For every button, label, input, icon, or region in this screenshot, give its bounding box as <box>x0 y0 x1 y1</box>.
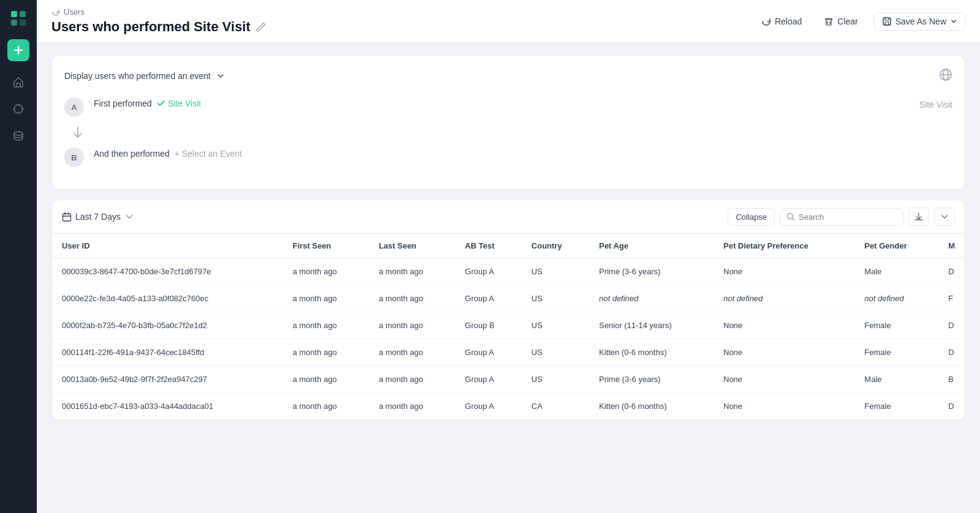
col-header-user-id: User ID <box>52 234 283 258</box>
table-cell: None <box>714 312 854 339</box>
save-dropdown-icon <box>950 18 957 25</box>
collapse-label: Collapse <box>736 212 767 222</box>
filter-header: Display users who performed an event <box>64 68 952 84</box>
table-cell: a month ago <box>369 258 455 285</box>
clear-label: Clear <box>837 17 858 26</box>
table-cell: 0001651d-ebc7-4193-a033-4a44addaca01 <box>52 393 283 420</box>
table-cell: a month ago <box>369 339 455 366</box>
step-b-label: And then performed <box>94 149 170 159</box>
reload-icon <box>761 17 771 26</box>
sidebar-item-home[interactable] <box>7 71 29 93</box>
svg-rect-0 <box>11 11 17 17</box>
breadcrumb-text: Users <box>64 7 85 17</box>
save-icon <box>882 17 892 26</box>
table-cell: not defined <box>854 285 938 312</box>
download-button[interactable] <box>908 208 929 226</box>
display-filter-dropdown[interactable]: Display users who performed an event <box>64 71 225 81</box>
breadcrumb: Users <box>51 7 266 17</box>
logo <box>7 7 29 29</box>
table-cell: US <box>522 366 589 393</box>
table-cell: Prime (3-6 years) <box>589 258 714 285</box>
table-cell: Male <box>854 366 938 393</box>
col-header-first-seen: First Seen <box>283 234 369 258</box>
table-cell: None <box>714 366 854 393</box>
svg-rect-3 <box>20 20 26 26</box>
arrow-down <box>74 127 952 141</box>
table-cell: 000114f1-22f6-491a-9437-64cec1845ffd <box>52 339 283 366</box>
step-a-content: First performed Site Visit <box>94 96 201 108</box>
sidebar-item-data[interactable] <box>7 125 29 147</box>
table-cell: Male <box>854 258 938 285</box>
table-row: 0000e22c-fe3d-4a05-a133-a0f082c760eca mo… <box>52 285 965 312</box>
add-button[interactable] <box>7 39 29 61</box>
table-cell: a month ago <box>369 285 455 312</box>
svg-rect-7 <box>883 18 891 25</box>
event-icon <box>157 99 165 108</box>
table-cell: US <box>522 285 589 312</box>
clear-icon <box>824 17 834 26</box>
table-row: 000114f1-22f6-491a-9437-64cec1845ffda mo… <box>52 339 965 366</box>
table-cell: Prime (3-6 years) <box>589 366 714 393</box>
table-cell: D <box>938 258 965 285</box>
search-input[interactable] <box>799 212 897 222</box>
table-cell: B <box>938 366 965 393</box>
table-cell: 0000e22c-fe3d-4a05-a133-a0f082c760ec <box>52 285 283 312</box>
step-a-event-link[interactable]: Site Visit <box>157 99 201 108</box>
table-header: User IDFirst SeenLast SeenAB TestCountry… <box>52 234 965 258</box>
table-cell: Kitten (0-6 months) <box>589 339 714 366</box>
search-box <box>780 208 903 226</box>
svg-rect-6 <box>825 18 832 20</box>
col-header-m: M <box>938 234 965 258</box>
table-cell: a month ago <box>369 312 455 339</box>
header-actions: Reload Clear Save As New <box>755 12 965 31</box>
svg-point-5 <box>14 132 23 135</box>
step-a-row: A First performed Site Visit <box>64 96 201 117</box>
download-icon <box>914 212 924 222</box>
col-header-country: Country <box>522 234 589 258</box>
table-cell: a month ago <box>283 312 369 339</box>
step-b-row: B And then performed + Select an Event <box>64 146 952 167</box>
table-cell: Group A <box>455 285 521 312</box>
table-cell: CA <box>522 393 589 420</box>
table-cell: Female <box>854 339 938 366</box>
save-as-new-label: Save As New <box>895 17 946 26</box>
reload-button[interactable]: Reload <box>755 13 808 30</box>
table-cell: D <box>938 393 965 420</box>
reload-label: Reload <box>775 17 802 26</box>
data-table: User IDFirst SeenLast SeenAB TestCountry… <box>52 234 965 420</box>
step-b-badge: B <box>64 148 84 167</box>
svg-rect-11 <box>63 214 71 221</box>
edit-icon[interactable] <box>255 21 266 32</box>
table-cell: Group A <box>455 258 521 285</box>
table-wrapper: User IDFirst SeenLast SeenAB TestCountry… <box>52 234 965 420</box>
table-cell: a month ago <box>283 366 369 393</box>
step-a-label: First performed <box>94 99 152 108</box>
table-cell: None <box>714 393 854 420</box>
clear-button[interactable]: Clear <box>818 13 864 30</box>
save-as-new-button[interactable]: Save As New <box>874 12 965 31</box>
table-cell: D <box>938 312 965 339</box>
col-header-pet-age: Pet Age <box>589 234 714 258</box>
col-header-pet-gender: Pet Gender <box>854 234 938 258</box>
sidebar <box>0 0 37 513</box>
sidebar-item-explore[interactable] <box>7 98 29 120</box>
table-cell: US <box>522 258 589 285</box>
step-b-select-event[interactable]: + Select an Event <box>175 149 242 159</box>
table-cell: a month ago <box>283 393 369 420</box>
collapse-button[interactable]: Collapse <box>728 208 775 226</box>
table-row: 0000f2ab-b735-4e70-b3fb-05a0c7f2e1d2a mo… <box>52 312 965 339</box>
step-a-right-label: Site Visit <box>919 100 952 110</box>
toolbar-right: Collapse <box>728 208 955 226</box>
svg-rect-1 <box>20 11 26 17</box>
calendar-icon <box>62 212 72 222</box>
step-b-placeholder: Select an Event <box>182 149 242 159</box>
table-cell: F <box>938 285 965 312</box>
page-header: Users Users who performed Site Visit Rel… <box>37 0 980 43</box>
globe-icon[interactable] <box>939 68 952 84</box>
col-header-pet-dietary-preference: Pet Dietary Preference <box>714 234 854 258</box>
col-header-ab-test: AB Test <box>455 234 521 258</box>
table-row: 000039c3-8647-4700-b0de-3e7cf1d6797ea mo… <box>52 258 965 285</box>
svg-rect-2 <box>11 20 17 26</box>
expand-button[interactable] <box>934 208 955 226</box>
date-filter-button[interactable]: Last 7 Days <box>62 209 134 224</box>
